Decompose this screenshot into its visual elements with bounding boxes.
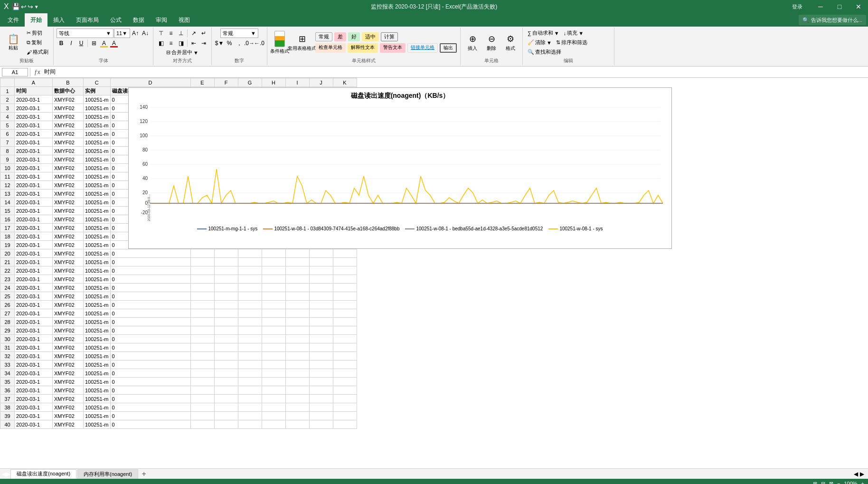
cell[interactable]: 2020-03-1	[15, 147, 53, 155]
cell[interactable]	[214, 386, 238, 395]
cell[interactable]: XMYF02	[53, 224, 84, 232]
percent-button[interactable]: %	[225, 38, 234, 48]
table-format-button[interactable]: ⊞ 套用表格格式	[290, 30, 314, 56]
cell[interactable]	[238, 326, 262, 335]
cell[interactable]: XMYF02	[53, 121, 84, 130]
cell[interactable]	[238, 369, 262, 378]
cell[interactable]	[262, 292, 285, 301]
cell[interactable]: 2020-03-1	[15, 292, 53, 301]
cell[interactable]	[333, 335, 357, 343]
cell[interactable]	[262, 395, 285, 403]
cell[interactable]	[238, 258, 262, 266]
cell[interactable]	[285, 335, 309, 343]
col-header-D[interactable]: D	[110, 78, 190, 87]
cell[interactable]: 0	[110, 309, 190, 318]
zoom-in-icon[interactable]: +	[861, 481, 864, 484]
cell[interactable]: 100251-m	[84, 386, 111, 395]
cell[interactable]: 100251-m	[84, 95, 111, 104]
tab-review[interactable]: 审阅	[150, 13, 173, 27]
cell[interactable]	[214, 326, 238, 335]
cell[interactable]	[262, 258, 285, 266]
cell[interactable]	[309, 420, 333, 429]
cell[interactable]	[214, 292, 238, 301]
cell[interactable]	[309, 284, 333, 292]
underline-button[interactable]: U	[76, 38, 86, 48]
cell[interactable]	[262, 266, 285, 275]
cell[interactable]	[190, 335, 214, 343]
cell[interactable]: 100251-m	[84, 326, 111, 335]
tab-file[interactable]: 文件	[2, 13, 25, 27]
cell[interactable]	[309, 292, 333, 301]
cell[interactable]: 2020-03-1	[15, 301, 53, 309]
tab-scroll-left[interactable]: ◀	[2, 471, 6, 477]
cell[interactable]	[262, 361, 285, 369]
align-top-button[interactable]: ⊤	[156, 28, 166, 38]
cell[interactable]	[190, 412, 214, 420]
cell[interactable]: 2020-03-1	[15, 284, 53, 292]
cell[interactable]: XMYF02	[53, 412, 84, 420]
cell[interactable]: 2020-03-1	[15, 130, 53, 138]
increase-decimal-button[interactable]: .0→	[245, 38, 254, 48]
cell[interactable]	[285, 318, 309, 326]
cell[interactable]: XMYF02	[53, 215, 84, 224]
number-format-dropdown[interactable]: 常规 ▼	[220, 28, 258, 38]
cell[interactable]: 2020-03-1	[15, 378, 53, 386]
cell[interactable]: 实例	[84, 87, 111, 95]
clear-button[interactable]: 🧹 清除 ▼	[526, 38, 554, 47]
cell[interactable]	[190, 309, 214, 318]
cell[interactable]: 100251-m	[84, 361, 111, 369]
cell[interactable]	[262, 301, 285, 309]
cell[interactable]	[238, 343, 262, 352]
col-header-J[interactable]: J	[309, 78, 333, 87]
cell[interactable]: 2020-03-1	[15, 275, 53, 284]
cell[interactable]	[285, 284, 309, 292]
tab-home[interactable]: 开始	[25, 13, 47, 27]
decrease-indent-button[interactable]: ⇤	[189, 38, 198, 48]
style-normal[interactable]: 常规	[315, 32, 332, 41]
cell[interactable]	[285, 292, 309, 301]
cell[interactable]	[333, 343, 357, 352]
cell[interactable]	[262, 386, 285, 395]
cell[interactable]: 100251-m	[84, 172, 111, 181]
cell[interactable]	[214, 309, 238, 318]
cell[interactable]: 100251-m	[84, 113, 111, 121]
formula-input[interactable]	[44, 68, 866, 76]
cell[interactable]: 2020-03-1	[15, 241, 53, 249]
cell[interactable]: 100251-m	[84, 318, 111, 326]
font-color-button[interactable]: A	[109, 38, 119, 48]
cell[interactable]	[309, 386, 333, 395]
scroll-right-icon[interactable]: ▶	[860, 471, 864, 477]
cell[interactable]	[214, 395, 238, 403]
cell[interactable]: 2020-03-1	[15, 249, 53, 258]
cell[interactable]: 100251-m	[84, 343, 111, 352]
cell[interactable]	[309, 352, 333, 361]
cell[interactable]: 2020-03-1	[15, 155, 53, 164]
undo-quick-icon[interactable]: ↩	[21, 3, 27, 10]
cell[interactable]: 2020-03-1	[15, 95, 53, 104]
cell[interactable]: XMYF02	[53, 292, 84, 301]
cell[interactable]: 2020-03-1	[15, 352, 53, 361]
cell[interactable]	[238, 420, 262, 429]
cell[interactable]: XMYF02	[53, 284, 84, 292]
cell[interactable]	[214, 412, 238, 420]
cell[interactable]	[309, 412, 333, 420]
cell[interactable]: 0	[110, 378, 190, 386]
cell[interactable]: XMYF02	[53, 249, 84, 258]
close-button[interactable]: ✕	[849, 0, 868, 13]
cell[interactable]	[238, 301, 262, 309]
cell[interactable]	[262, 403, 285, 412]
cell[interactable]	[238, 249, 262, 258]
cell[interactable]	[285, 386, 309, 395]
cell[interactable]: 2020-03-1	[15, 121, 53, 130]
data-area[interactable]: A B C D E F G H I J K 1时间数据中心实例磁盘读出速度(no…	[0, 78, 868, 468]
cell[interactable]: 2020-03-1	[15, 403, 53, 412]
cell[interactable]	[309, 369, 333, 378]
style-output[interactable]: 输出	[440, 43, 457, 53]
cell[interactable]: 100251-m	[84, 155, 111, 164]
cell[interactable]: 100251-m	[84, 378, 111, 386]
cell[interactable]	[262, 318, 285, 326]
merge-center-button[interactable]: ⊟ 合并居中 ▼	[165, 48, 200, 57]
format-painter-button[interactable]: 🖌 格式刷	[25, 48, 50, 57]
cell[interactable]: XMYF02	[53, 164, 84, 172]
cell[interactable]: 2020-03-1	[15, 215, 53, 224]
